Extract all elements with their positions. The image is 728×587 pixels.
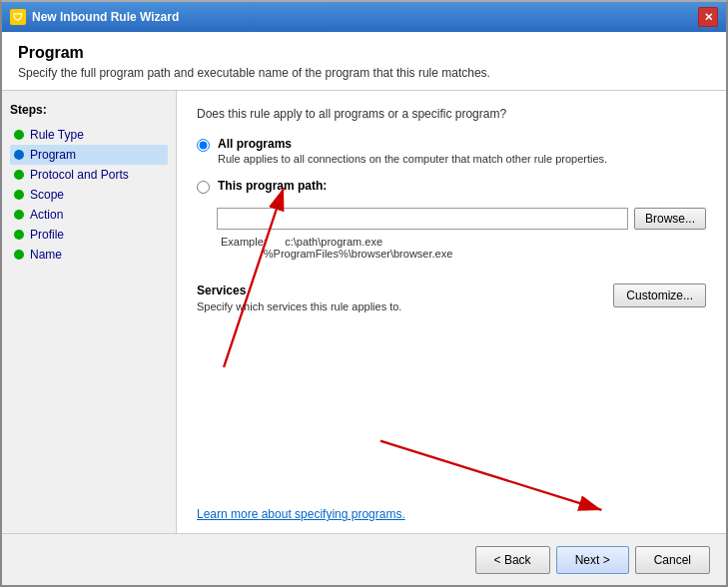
this-program-label[interactable]: This program path: xyxy=(218,179,327,193)
services-description: Specify which services this rule applies… xyxy=(197,300,401,312)
step-dot-program xyxy=(14,150,24,160)
all-programs-radio[interactable] xyxy=(197,139,210,152)
page-header: Program Specify the full program path an… xyxy=(2,32,726,91)
step-dot-scope xyxy=(14,190,24,200)
sidebar-label-rule-type: Rule Type xyxy=(30,128,84,142)
sidebar-label-profile: Profile xyxy=(30,228,64,242)
cancel-button[interactable]: Cancel xyxy=(635,546,710,574)
next-button[interactable]: Next > xyxy=(556,546,629,574)
path-input-row: Browse... xyxy=(217,208,706,230)
sidebar-title: Steps: xyxy=(10,103,168,117)
sidebar: Steps: Rule Type Program Protocol and Po… xyxy=(2,91,177,533)
step-dot-name xyxy=(14,250,24,260)
content-area: Steps: Rule Type Program Protocol and Po… xyxy=(2,91,726,533)
all-programs-title: All programs xyxy=(218,137,607,151)
step-dot-action xyxy=(14,210,24,220)
sidebar-item-scope[interactable]: Scope xyxy=(10,185,168,205)
step-dot-profile xyxy=(14,230,24,240)
sidebar-label-program: Program xyxy=(30,148,76,162)
sidebar-item-profile[interactable]: Profile xyxy=(10,225,168,245)
program-path-section: Browse... Example: c:\path\program.exe %… xyxy=(217,208,706,260)
all-programs-option: All programs Rule applies to all connect… xyxy=(197,137,706,165)
all-programs-label[interactable]: All programs Rule applies to all connect… xyxy=(218,137,607,165)
svg-line-3 xyxy=(380,441,602,510)
services-text: Services Specify which services this rul… xyxy=(197,284,401,312)
program-path-input[interactable] xyxy=(217,208,628,230)
customize-button[interactable]: Customize... xyxy=(613,284,706,307)
footer: < Back Next > Cancel xyxy=(2,533,726,585)
main-panel: Does this rule apply to all programs or … xyxy=(177,91,726,533)
example-path1: c:\path\program.exe xyxy=(285,236,382,248)
window-title: New Inbound Rule Wizard xyxy=(32,10,692,24)
sidebar-label-scope: Scope xyxy=(30,188,64,202)
close-button[interactable]: ✕ xyxy=(698,7,718,27)
window-icon: 🛡 xyxy=(10,9,26,25)
page-title: Program xyxy=(18,44,710,62)
sidebar-label-protocol: Protocol and Ports xyxy=(30,168,129,182)
step-dot-protocol xyxy=(14,170,24,180)
question-text: Does this rule apply to all programs or … xyxy=(197,107,706,121)
services-section: Services Specify which services this rul… xyxy=(197,284,706,312)
window: 🛡 New Inbound Rule Wizard ✕ Program Spec… xyxy=(0,0,728,587)
example-label: Example: xyxy=(221,236,267,248)
this-program-radio[interactable] xyxy=(197,181,210,194)
sidebar-item-action[interactable]: Action xyxy=(10,205,168,225)
sidebar-label-name: Name xyxy=(30,248,62,262)
example-text: Example: c:\path\program.exe %ProgramFil… xyxy=(221,236,706,260)
page-description: Specify the full program path and execut… xyxy=(18,66,710,80)
browse-button[interactable]: Browse... xyxy=(634,208,706,230)
sidebar-label-action: Action xyxy=(30,208,63,222)
step-dot-rule-type xyxy=(14,130,24,140)
learn-more-link[interactable]: Learn more about specifying programs. xyxy=(197,507,405,521)
sidebar-item-rule-type[interactable]: Rule Type xyxy=(10,125,168,145)
sidebar-item-program[interactable]: Program xyxy=(10,145,168,165)
title-bar: 🛡 New Inbound Rule Wizard ✕ xyxy=(2,2,726,32)
this-program-title: This program path: xyxy=(218,179,327,193)
sidebar-item-name[interactable]: Name xyxy=(10,245,168,265)
example-path2: %ProgramFiles%\browser\browser.exe xyxy=(264,248,453,260)
all-programs-desc: Rule applies to all connections on the c… xyxy=(218,153,607,165)
back-button[interactable]: < Back xyxy=(475,546,550,574)
sidebar-item-protocol-ports[interactable]: Protocol and Ports xyxy=(10,165,168,185)
services-title: Services xyxy=(197,284,401,297)
this-program-option: This program path: xyxy=(197,179,706,194)
close-icon: ✕ xyxy=(704,11,713,24)
